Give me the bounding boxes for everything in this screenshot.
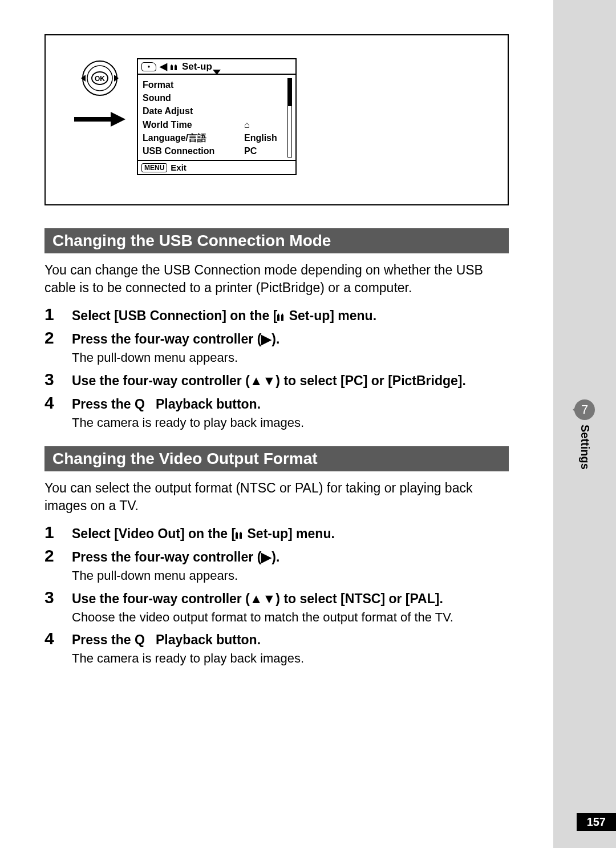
setup-tool-icon	[277, 310, 285, 323]
step-title: Use the four-way controller (▲▼) to sele…	[72, 590, 509, 608]
lcd-title: Set-up	[182, 61, 212, 72]
step-title: Press the Q Playback button.	[72, 631, 509, 649]
step-title: Press the Q Playback button.	[72, 395, 509, 413]
controller-illustration: OK	[68, 58, 131, 129]
up-down-triangle-icon: ▲▼	[250, 591, 276, 606]
step-title: Select [USB Connection] on the [ Set-up]…	[72, 307, 509, 325]
lcd-menu-list: Format Sound Date Adjust World Time⌂ Lan…	[143, 78, 284, 158]
step-title: Press the four-way controller (▶).	[72, 548, 509, 566]
ok-dial-icon: OK	[80, 58, 120, 100]
lcd-titlebar: ● ◀ Set-up	[138, 59, 295, 75]
chapter-label: Settings	[578, 425, 591, 470]
figure-box: OK ● ◀ Set-up	[44, 34, 509, 205]
step-title: Use the four-way controller (▲▼) to sele…	[72, 372, 509, 390]
step-sub: The pull-down menu appears.	[72, 567, 509, 584]
section2-intro: You can select the output format (NTSC o…	[44, 479, 509, 515]
step-title: Press the four-way controller (▶).	[72, 330, 509, 348]
right-triangle-icon: ▶	[261, 550, 271, 564]
manual-page: OK ● ◀ Set-up	[0, 0, 553, 848]
playback-icon: Q	[135, 397, 145, 411]
lcd-tab-arrow-left: ◀	[160, 60, 167, 72]
section-heading-usb: Changing the USB Connection Mode	[44, 228, 509, 253]
lcd-row: USB ConnectionPC	[143, 144, 284, 158]
lcd-footer-label: Exit	[171, 163, 187, 172]
step: 4 Press the Q Playback button. The camer…	[44, 395, 509, 431]
step-sub: The camera is ready to play back images.	[72, 650, 509, 667]
svg-marker-7	[111, 112, 125, 127]
step-sub: The pull-down menu appears.	[72, 349, 509, 366]
page-number: 157	[577, 813, 616, 831]
down-triangle-icon	[213, 70, 221, 75]
step: 2 Press the four-way controller (▶). The…	[44, 330, 509, 366]
menu-button-chip: MENU	[141, 163, 167, 172]
lcd-row: World Time⌂	[143, 118, 284, 131]
chapter-number-bubble: 7	[574, 399, 595, 420]
up-down-triangle-icon: ▲▼	[250, 373, 276, 388]
lcd-body: Format Sound Date Adjust World Time⌂ Lan…	[138, 75, 295, 160]
lcd-row: Language/言語English	[143, 131, 284, 144]
step: 1 Select [USB Connection] on the [ Set-u…	[44, 307, 509, 325]
playback-icon: Q	[135, 632, 145, 647]
lcd-row: Sound	[143, 91, 284, 104]
setup-tool-icon	[236, 528, 244, 541]
camera-icon: ●	[141, 62, 156, 71]
step: 4 Press the Q Playback button. The camer…	[44, 631, 509, 667]
step-sub: The camera is ready to play back images.	[72, 414, 509, 431]
lcd-scrollbar	[287, 78, 292, 158]
step-sub: Choose the video output format to match …	[72, 609, 509, 626]
section2-steps: 1 Select [Video Out] on the [ Set-up] me…	[44, 525, 509, 667]
right-triangle-icon: ▶	[261, 332, 271, 346]
svg-text:OK: OK	[95, 75, 105, 83]
step-title: Select [Video Out] on the [ Set-up] menu…	[72, 525, 509, 543]
step: 3 Use the four-way controller (▲▼) to se…	[44, 372, 509, 390]
step: 2 Press the four-way controller (▶). The…	[44, 548, 509, 584]
lcd-menu: ● ◀ Set-up Format Sound Date Adjust Worl…	[137, 58, 297, 175]
step: 3 Use the four-way controller (▲▼) to se…	[44, 590, 509, 626]
section1-intro: You can change the USB Connection mode d…	[44, 261, 509, 297]
lcd-row: Date Adjust	[143, 104, 284, 118]
step: 1 Select [Video Out] on the [ Set-up] me…	[44, 525, 509, 543]
section1-steps: 1 Select [USB Connection] on the [ Set-u…	[44, 307, 509, 431]
arrow-right-icon	[74, 112, 125, 129]
setup-tool-icon	[171, 61, 179, 72]
lcd-row: Format	[143, 78, 284, 91]
lcd-footer: MENU Exit	[138, 160, 295, 174]
svg-rect-6	[74, 117, 111, 122]
section-heading-video: Changing the Video Output Format	[44, 446, 509, 471]
chapter-tab: 7 Settings	[553, 399, 616, 472]
